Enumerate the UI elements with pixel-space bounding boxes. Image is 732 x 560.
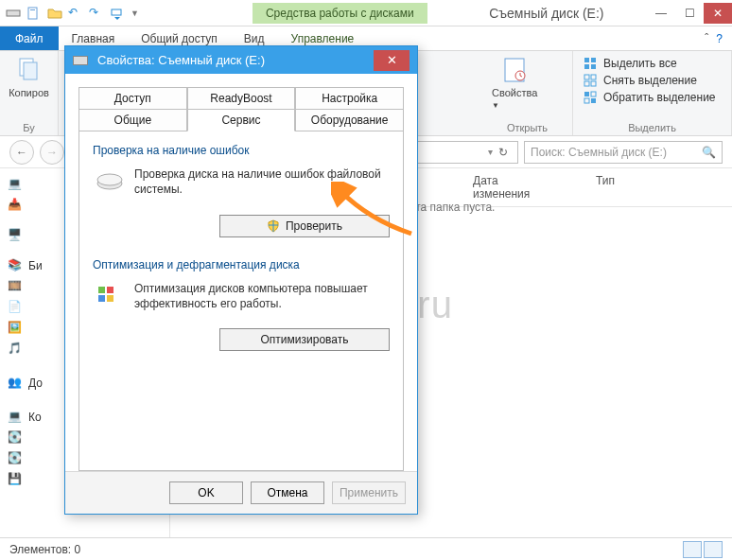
- select-all-label: Выделить все: [603, 57, 677, 70]
- select-all-button[interactable]: Выделить все: [583, 55, 722, 72]
- svg-rect-5: [24, 62, 37, 79]
- forward-button[interactable]: →: [40, 140, 64, 165]
- tab-tools[interactable]: Сервис: [187, 109, 296, 131]
- search-icon[interactable]: 🔍: [702, 146, 716, 159]
- disk-icon: 💽: [8, 430, 23, 446]
- svg-rect-3: [112, 9, 121, 15]
- dialog-titlebar[interactable]: Свойства: Съемный диск (E:) ✕: [65, 46, 417, 74]
- music-icon: 🎵: [8, 341, 23, 357]
- details-view-button[interactable]: [683, 541, 702, 558]
- check-button-label: Проверить: [286, 219, 342, 233]
- library-icon: 📚: [8, 258, 23, 273]
- svg-rect-1: [28, 8, 37, 19]
- search-placeholder: Поиск: Съемный диск (E:): [531, 146, 667, 159]
- copy-button[interactable]: Копиров: [9, 55, 48, 98]
- ok-button[interactable]: OK: [169, 481, 243, 504]
- view-toggles: [683, 541, 723, 558]
- copy-label: Копиров: [9, 87, 49, 98]
- dialog-close-button[interactable]: ✕: [374, 50, 410, 71]
- file-tab[interactable]: Файл: [0, 26, 59, 50]
- redo-icon[interactable]: ↷: [89, 6, 104, 21]
- properties-dialog: Свойства: Съемный диск (E:) ✕ Доступ Rea…: [64, 45, 418, 515]
- collapse-ribbon-icon[interactable]: ˆ: [705, 32, 708, 45]
- optimize-group: Оптимизация и дефрагментация диска Оптим…: [93, 258, 390, 351]
- quick-access-toolbar: ↶ ↷ ▼: [0, 6, 139, 21]
- shield-icon: [267, 219, 280, 232]
- status-bar: Элементов: 0: [0, 537, 732, 560]
- svg-rect-18: [591, 92, 596, 96]
- svg-rect-8: [584, 58, 589, 62]
- help-icon[interactable]: ?: [716, 32, 723, 45]
- contextual-tab-header: Средства работы с дисками: [253, 3, 427, 24]
- window-titlebar: ↶ ↷ ▼ Средства работы с дисками Съемный …: [0, 0, 732, 26]
- dialog-title: Свойства: Съемный диск (E:): [97, 53, 265, 67]
- optimize-desc: Оптимизация дисков компьютера повышает э…: [134, 281, 388, 311]
- check-button[interactable]: Проверить: [219, 215, 390, 237]
- folder-icon[interactable]: [47, 6, 62, 21]
- disk-check-icon: [95, 166, 125, 193]
- window-title: Съемный диск (E:): [446, 6, 647, 21]
- properties-button[interactable]: Свойства▼: [492, 55, 537, 110]
- close-button[interactable]: ✕: [704, 3, 732, 24]
- svg-rect-19: [584, 98, 589, 103]
- ribbon-group-select: Выделить все Снять выделение Обратить вы…: [573, 51, 732, 135]
- select-none-label: Снять выделение: [603, 74, 697, 87]
- error-check-desc: Проверка диска на наличие ошибок файлово…: [134, 166, 388, 197]
- defrag-icon: [95, 281, 125, 307]
- select-none-icon: [583, 73, 598, 88]
- tree-label: Би: [28, 259, 43, 272]
- cancel-button[interactable]: Отмена: [251, 481, 324, 504]
- svg-point-21: [97, 174, 122, 185]
- svg-rect-9: [591, 58, 596, 62]
- tab-general[interactable]: Общие: [78, 109, 187, 131]
- invert-selection-button[interactable]: Обратить выделение: [583, 89, 722, 106]
- svg-rect-11: [591, 64, 596, 69]
- drive-icon: [6, 6, 21, 21]
- tab-hardware[interactable]: Оборудование: [295, 109, 404, 131]
- undo-icon[interactable]: ↶: [68, 6, 83, 21]
- video-icon: 🎞️: [8, 279, 23, 294]
- dialog-tabs: Доступ ReadyBoost Настройка Общие Сервис…: [78, 87, 404, 131]
- svg-rect-15: [591, 81, 596, 86]
- search-box[interactable]: Поиск: Съемный диск (E:) 🔍: [524, 141, 723, 164]
- window-controls: — ☐ ✕: [647, 3, 732, 24]
- error-check-group: Проверка на наличие ошибок Проверка диск…: [93, 144, 390, 236]
- svg-rect-24: [98, 295, 105, 302]
- dialog-body: Доступ ReadyBoost Настройка Общие Сервис…: [65, 74, 417, 471]
- svg-rect-0: [7, 10, 20, 16]
- select-all-icon: [583, 56, 598, 71]
- properties-icon[interactable]: [26, 6, 42, 21]
- customize-qat-icon[interactable]: [110, 6, 125, 21]
- tab-access[interactable]: Доступ: [78, 87, 187, 110]
- apply-button[interactable]: Применить: [332, 481, 406, 504]
- computer-icon: 💻: [8, 410, 23, 425]
- refresh-icon[interactable]: ↻: [493, 146, 514, 159]
- empty-folder-message: Эта папка пуста.: [408, 201, 496, 214]
- col-type[interactable]: Тип: [577, 168, 634, 206]
- clipboard-group-label: Бу: [9, 120, 48, 133]
- optimize-button[interactable]: Оптимизировать: [219, 328, 390, 351]
- invert-label: Обратить выделение: [603, 91, 716, 104]
- computer-icon: 💻: [8, 177, 23, 192]
- tree-label: До: [28, 376, 43, 390]
- svg-rect-10: [584, 64, 589, 69]
- tab-readyboost[interactable]: ReadyBoost: [187, 87, 296, 110]
- document-icon: 📄: [8, 300, 23, 315]
- error-check-title: Проверка на наличие ошибок: [93, 144, 390, 157]
- copy-icon: [14, 55, 44, 85]
- desktop-icon: 🖥️: [8, 228, 23, 243]
- large-icons-view-button[interactable]: [704, 541, 723, 558]
- tab-customize[interactable]: Настройка: [295, 87, 404, 110]
- homegroup-icon: 👥: [8, 376, 23, 391]
- back-button[interactable]: ←: [9, 140, 34, 165]
- drive-icon: [73, 56, 88, 65]
- svg-rect-2: [30, 9, 35, 10]
- minimize-button[interactable]: —: [647, 3, 675, 24]
- qat-dropdown-icon[interactable]: ▼: [131, 9, 139, 18]
- svg-rect-12: [584, 75, 589, 79]
- maximize-button[interactable]: ☐: [675, 3, 704, 24]
- removable-disk-icon: 💾: [8, 472, 23, 487]
- tab-page-tools: Проверка на наличие ошибок Проверка диск…: [78, 131, 404, 471]
- svg-rect-25: [107, 295, 113, 302]
- select-none-button[interactable]: Снять выделение: [583, 72, 722, 89]
